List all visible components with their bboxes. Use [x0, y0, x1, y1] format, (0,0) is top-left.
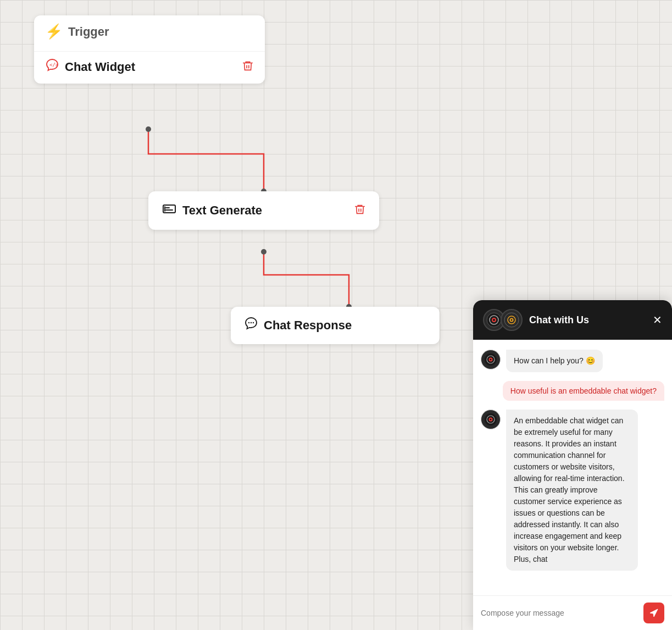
- svg-text:</>: </>: [49, 62, 59, 68]
- chat-input-area: [473, 595, 672, 630]
- text-generate-label: Text Generate: [182, 203, 262, 218]
- svg-point-6: [251, 322, 252, 323]
- bot-avatar-1: [481, 350, 501, 369]
- text-generate-node: Text Generate: [148, 191, 379, 230]
- text-generate-icon: [162, 201, 177, 220]
- chat-widget-row: </> Chat Widget: [34, 51, 265, 84]
- svg-point-5: [248, 322, 249, 323]
- trigger-node: ⚡ Trigger </> Chat Widget: [34, 15, 265, 84]
- chat-header-avatars: [483, 309, 523, 331]
- chat-response-icon: [244, 317, 258, 334]
- chat-response-node: Chat Response: [231, 307, 440, 344]
- message-row-2: How useful is an embeddable chat widget?: [481, 381, 664, 401]
- svg-point-7: [253, 322, 254, 323]
- avatar-2: [501, 309, 523, 331]
- svg-point-23: [490, 419, 492, 421]
- svg-point-15: [511, 319, 513, 321]
- bot-message-2: An embeddable chat widget can be extreme…: [506, 410, 638, 571]
- chat-widget-label: Chat Widget: [65, 60, 135, 74]
- canvas-area: ⚡ Trigger </> Chat Widget: [0, 0, 672, 630]
- chat-messages-area: How can I help you? 😊 How useful is an e…: [473, 340, 672, 595]
- user-message-1: How useful is an embeddable chat widget?: [503, 381, 664, 401]
- bot-avatar-2: [481, 410, 501, 429]
- chat-send-button[interactable]: [643, 603, 664, 623]
- chat-header: Chat with Us ✕: [473, 300, 672, 340]
- chat-popup: Chat with Us ✕ How can I help you? 😊: [473, 300, 672, 630]
- connector-dot-1: [146, 126, 151, 132]
- message-row-1: How can I help you? 😊: [481, 350, 664, 372]
- delete-text-generate-button[interactable]: [354, 203, 366, 218]
- bot-message-1: How can I help you? 😊: [506, 350, 603, 372]
- chat-response-label: Chat Response: [264, 318, 352, 333]
- lightning-icon: ⚡: [45, 23, 63, 40]
- chat-title: Chat with Us: [529, 314, 646, 326]
- trigger-label: Trigger: [68, 25, 109, 39]
- chat-close-button[interactable]: ✕: [653, 314, 662, 325]
- message-row-3: An embeddable chat widget can be extreme…: [481, 410, 664, 571]
- delete-chat-widget-button[interactable]: [242, 60, 254, 75]
- trigger-header: ⚡ Trigger: [34, 15, 265, 46]
- svg-point-19: [490, 359, 492, 361]
- chat-compose-input[interactable]: [481, 609, 638, 617]
- svg-point-11: [493, 319, 495, 321]
- connector-dot-3: [261, 249, 266, 255]
- chat-widget-icon: </>: [45, 58, 59, 76]
